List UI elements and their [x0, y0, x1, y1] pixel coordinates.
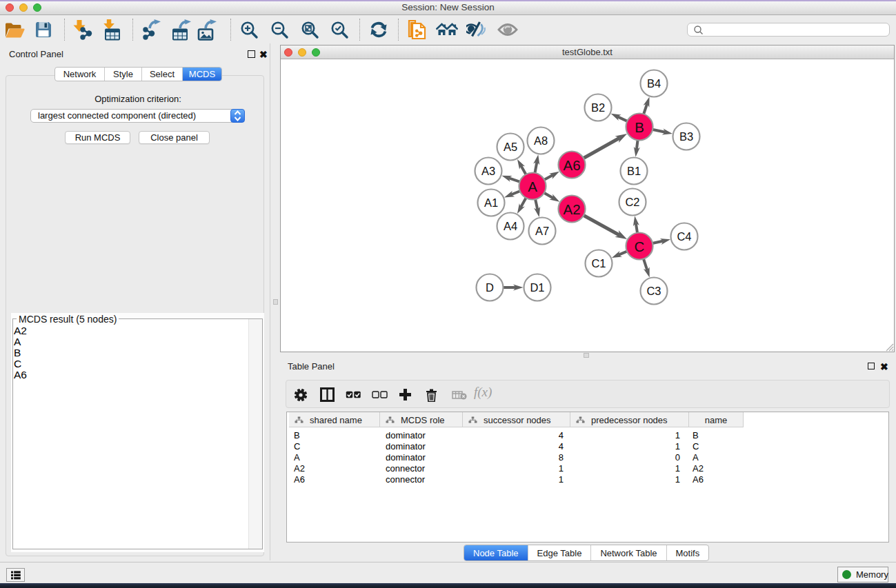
svg-text:A6: A6 [563, 157, 580, 173]
svg-text:B: B [635, 119, 644, 135]
svg-text:A4: A4 [504, 220, 517, 232]
svg-text:B3: B3 [679, 130, 693, 143]
svg-text:A2: A2 [563, 201, 580, 217]
svg-text:D1: D1 [530, 281, 544, 294]
svg-text:C4: C4 [677, 230, 691, 243]
svg-text:B4: B4 [647, 77, 661, 90]
svg-text:B2: B2 [591, 101, 605, 114]
svg-text:C2: C2 [625, 196, 639, 208]
svg-text:A5: A5 [504, 141, 517, 153]
svg-text:B1: B1 [627, 165, 641, 177]
svg-text:A1: A1 [484, 196, 498, 209]
svg-text:A3: A3 [481, 165, 495, 177]
svg-text:A7: A7 [535, 225, 549, 237]
svg-text:A8: A8 [534, 134, 548, 147]
svg-text:C1: C1 [591, 257, 606, 270]
svg-text:C3: C3 [646, 285, 661, 297]
svg-text:C: C [635, 239, 645, 254]
svg-text:A: A [528, 179, 537, 194]
svg-text:D: D [486, 281, 494, 294]
